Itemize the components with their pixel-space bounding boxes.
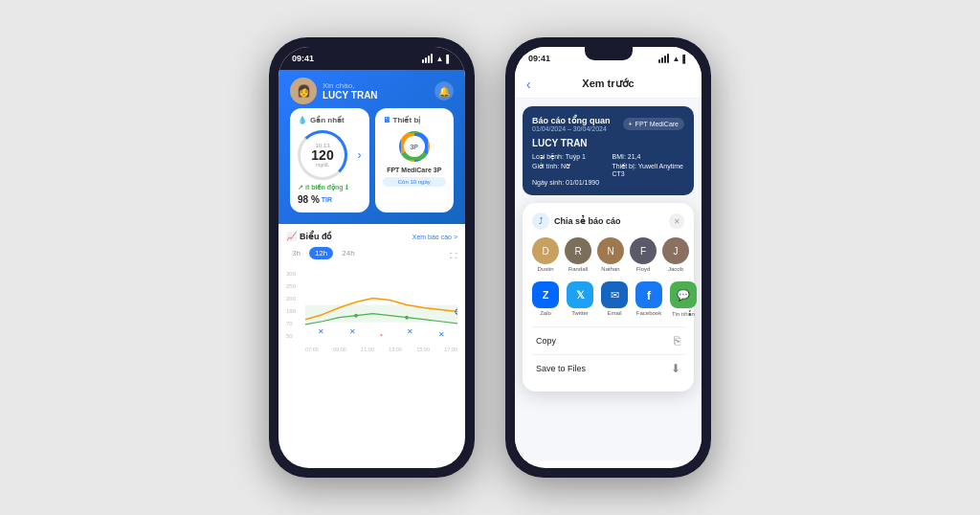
chart-y-labels: 300 250 200 180 70 50 bbox=[286, 271, 305, 339]
info-gioi-tinh: Giới tính: Nữ bbox=[532, 163, 605, 177]
app-facebook[interactable]: f Facebook bbox=[635, 281, 662, 317]
email-icon: ✉ bbox=[601, 281, 628, 308]
bell-button[interactable]: 🔔 bbox=[434, 81, 454, 101]
app-messages[interactable]: 💬 Tin nhắn bbox=[670, 281, 697, 317]
battery-icon2: ▌ bbox=[682, 55, 688, 63]
wifi-icon2: ▲ bbox=[672, 55, 679, 63]
days-left-badge: Còn 10 ngày bbox=[383, 177, 447, 187]
copy-icon: ⎘ bbox=[674, 334, 680, 347]
save-label: Save to Files bbox=[536, 364, 586, 373]
tab-24h[interactable]: 24h bbox=[336, 247, 360, 259]
contact-avatar-dustin: D bbox=[532, 237, 559, 264]
copy-row[interactable]: Copy ⎘ bbox=[532, 326, 684, 354]
info-icon: ℹ bbox=[345, 184, 348, 191]
phone1-top-row: 👩 Xin chào, LUCY TRAN 🔔 bbox=[290, 78, 454, 104]
glucose-unit: mg/dL bbox=[316, 162, 329, 168]
contact-avatar-floyd: F bbox=[630, 237, 657, 264]
contact-randall[interactable]: R Randall bbox=[565, 237, 591, 272]
facebook-icon: f bbox=[635, 281, 662, 308]
info-ngay-sinh: Ngày sinh: 01/01/1990 bbox=[532, 179, 605, 186]
phone2-time: 09:41 bbox=[528, 54, 550, 63]
cross-mark-4: ✕ bbox=[438, 330, 445, 339]
close-button[interactable]: ✕ bbox=[669, 213, 684, 229]
phone2: 09:41 ▲ ▌ ‹ Xem trước bbox=[505, 37, 711, 478]
user-name: LUCY TRAN bbox=[323, 90, 434, 101]
twitter-icon: 𝕏 bbox=[567, 281, 593, 308]
device-logo: 3P bbox=[383, 130, 447, 163]
app-twitter[interactable]: 𝕏 Twitter bbox=[567, 281, 593, 317]
phone2-content: Báo cáo tổng quan 01/04/2024 – 30/04/202… bbox=[515, 99, 702, 460]
phone2-notch bbox=[585, 47, 633, 60]
phone1-status-icons: ▲ ▌ bbox=[422, 54, 452, 63]
info-loai-benh: Loại bệnh: Tuýp 1 bbox=[532, 153, 605, 161]
share-icon: ⤴ bbox=[532, 213, 549, 230]
signal-icon bbox=[422, 54, 433, 63]
chart-x-labels: 07:00 09:00 11:00 13:00 15:00 17:00 bbox=[305, 347, 457, 352]
report-title-section: Báo cáo tổng quan 01/04/2024 – 30/04/202… bbox=[532, 116, 611, 132]
tir-row: 98 % TIR bbox=[298, 194, 362, 205]
monitor-icon: 🖥 bbox=[383, 116, 390, 124]
view-report-link[interactable]: Xem báo cáo > bbox=[412, 234, 457, 240]
zalo-icon: Z bbox=[532, 281, 559, 308]
report-card-top: Báo cáo tổng quan 01/04/2024 – 30/04/202… bbox=[532, 116, 684, 132]
greeting-text: Xin chào, bbox=[323, 81, 434, 90]
apps-row: Z Zalo 𝕏 Twitter ✉ Email f bbox=[532, 281, 684, 317]
app-name-facebook: Facebook bbox=[636, 310, 661, 316]
contact-nathan[interactable]: N Nathan bbox=[597, 237, 624, 272]
cross-mark-3: ✕ bbox=[407, 327, 413, 339]
chart-area: 300 250 200 180 70 50 bbox=[286, 271, 457, 352]
phone2-screen: 09:41 ▲ ▌ ‹ Xem trước bbox=[515, 47, 702, 468]
share-modal: ⤴ Chia sẻ báo cáo ✕ D Dustin R R bbox=[523, 203, 694, 392]
report-card: Báo cáo tổng quan 01/04/2024 – 30/04/202… bbox=[523, 106, 694, 195]
phone1-notch bbox=[348, 47, 396, 60]
save-icon: ⬇ bbox=[671, 362, 680, 375]
tab-12h[interactable]: 12h bbox=[309, 247, 333, 259]
glucose-wrap: 10:13 120 mg/dL › bbox=[298, 130, 362, 180]
cross-mark-1: ✕ bbox=[318, 327, 324, 339]
messages-icon: 💬 bbox=[670, 281, 697, 308]
save-row[interactable]: Save to Files ⬇ bbox=[532, 354, 684, 382]
share-modal-title: Chia sẻ báo cáo bbox=[554, 216, 621, 226]
battery-icon: ▌ bbox=[446, 55, 452, 63]
app-name-zalo: Zalo bbox=[540, 310, 551, 316]
tab-3h[interactable]: 3h bbox=[286, 247, 306, 259]
contact-jacob[interactable]: J Jacob bbox=[662, 237, 689, 272]
svg-point-2 bbox=[405, 316, 409, 320]
share-title-row: ⤴ Chia sẻ báo cáo bbox=[532, 213, 621, 230]
contact-dustin[interactable]: D Dustin bbox=[532, 237, 559, 272]
phone1: 09:41 ▲ ▌ 👩 Xin chào, LUCY TRAN bbox=[269, 37, 475, 478]
device-name: FPT MediCare 3P bbox=[383, 167, 447, 173]
page-wrapper: 09:41 ▲ ▌ 👩 Xin chào, LUCY TRAN bbox=[250, 18, 730, 497]
recent-card-title: 💧 Gần nhất bbox=[298, 116, 362, 124]
phone2-statusbar: 09:41 ▲ ▌ bbox=[515, 47, 702, 70]
contact-name-nathan: Nathan bbox=[601, 266, 619, 272]
back-button[interactable]: ‹ bbox=[526, 77, 531, 92]
device-card-title: 🖥 Thiết bị bbox=[383, 116, 447, 124]
chart-header: 📈 Biểu đồ Xem báo cáo > bbox=[286, 232, 457, 241]
contact-name-floyd: Floyd bbox=[636, 266, 651, 272]
chart-title: 📈 Biểu đồ bbox=[286, 232, 333, 241]
app-name-twitter: Twitter bbox=[571, 310, 589, 316]
tir-label: TIR bbox=[322, 196, 332, 203]
info-bmi: BMI: 21,4 bbox=[612, 153, 685, 161]
bell-icon: 🔔 bbox=[438, 86, 450, 97]
signal-icon2 bbox=[658, 54, 669, 63]
wifi-icon: ▲ bbox=[435, 55, 443, 63]
contact-name-randall: Randall bbox=[568, 266, 588, 272]
contact-floyd[interactable]: F Floyd bbox=[630, 237, 657, 272]
glucose-arrow-icon: › bbox=[358, 148, 362, 162]
patient-info-grid: Loại bệnh: Tuýp 1 BMI: 21,4 Giới tính: N… bbox=[532, 153, 684, 186]
expand-icon[interactable]: ⛶ bbox=[450, 252, 457, 260]
preview-title: Xem trước bbox=[582, 78, 634, 90]
contact-avatar-nathan: N bbox=[597, 237, 624, 264]
recent-card: 💧 Gần nhất 10:13 120 mg/dL › bbox=[290, 108, 369, 213]
copy-label: Copy bbox=[536, 336, 556, 346]
chart-section: 📈 Biểu đồ Xem báo cáo > 3h 12h 24h ⛶ 30 bbox=[278, 224, 465, 360]
app-zalo[interactable]: Z Zalo bbox=[532, 281, 559, 317]
glucose-value: 120 bbox=[311, 148, 333, 162]
svg-point-1 bbox=[354, 314, 358, 318]
app-name-messages: Tin nhắn bbox=[672, 310, 695, 317]
app-email[interactable]: ✉ Email bbox=[601, 281, 628, 317]
glucose-circle: 10:13 120 mg/dL bbox=[298, 130, 347, 180]
greeting-section: Xin chào, LUCY TRAN bbox=[323, 81, 434, 101]
